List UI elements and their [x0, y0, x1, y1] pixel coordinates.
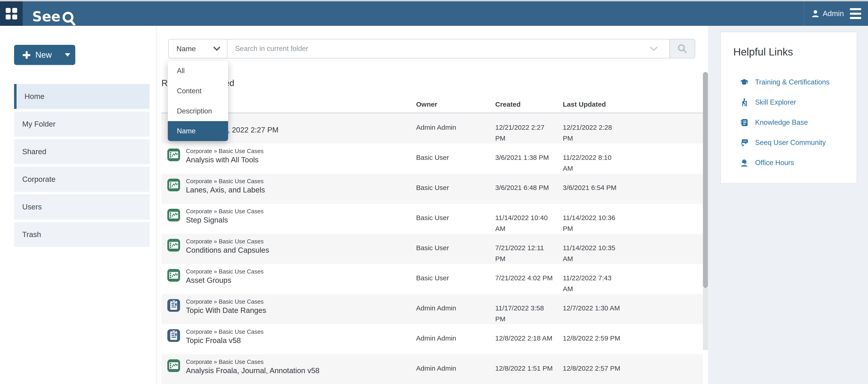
sidebar-item-trash[interactable]: Trash: [14, 222, 150, 247]
row-breadcrumb[interactable]: Corporate » Basic Use Cases: [186, 328, 264, 336]
sidebar-item-corporate[interactable]: Corporate: [14, 167, 150, 192]
sidebar-item-label: Trash: [22, 230, 41, 239]
helpful-link[interactable]: Skill Explorer: [721, 92, 857, 112]
dropdown-option[interactable]: Name: [168, 121, 228, 141]
header-owner: Owner: [416, 101, 495, 108]
row-name[interactable]: Conditions and Capsules: [186, 245, 269, 255]
row-created: 3/6/2021 6:48 PM: [495, 182, 554, 193]
table-row[interactable]: Corporate » Basic Use Cases Topic Froala…: [161, 324, 703, 354]
analysis-icon: [167, 359, 180, 372]
sidebar-item-home[interactable]: Home: [14, 84, 150, 109]
row-name[interactable]: Topic Froala v58: [186, 336, 264, 346]
row-breadcrumb[interactable]: Corporate » Basic Use Cases: [186, 238, 269, 245]
row-name[interactable]: Analysis Froala, Journal, Annotation v58: [186, 366, 319, 376]
helpful-link[interactable]: Training & Certifications: [721, 72, 857, 92]
table-row[interactable]: Corporate » Basic Use Cases Conditions a…: [161, 234, 703, 264]
row-breadcrumb[interactable]: Corporate » Basic Use Cases: [186, 358, 319, 366]
user-label: Admin: [823, 9, 844, 18]
scrollbar-track[interactable]: [703, 288, 708, 350]
row-created: 7/21/2022 4:02 PM: [495, 273, 554, 283]
table-body: 1, 2022 2:27 PM Admin Admin 12/21/2022 2…: [161, 113, 703, 384]
sidebar-item-label: Home: [25, 92, 44, 101]
analysis-icon: [167, 239, 180, 251]
grid-icon: [6, 8, 17, 20]
search-filter-dropdown[interactable]: Name: [168, 39, 227, 59]
row-breadcrumb[interactable]: Corporate » Basic Use Cases: [186, 207, 264, 215]
row-updated: 11/22/2022 8:10 AM: [563, 152, 622, 174]
table-row[interactable]: Corporate » Basic Use Cases Step Signals…: [161, 204, 703, 234]
table-row[interactable]: Corporate » Basic Use Cases Topic With D…: [161, 294, 703, 324]
row-owner: Admin Admin: [416, 324, 495, 354]
helpful-link[interactable]: Seeq User Community: [721, 133, 857, 152]
row-updated: 12/21/2022 2:28 PM: [563, 122, 622, 144]
recently-accessed-table: Owner Created Last Updated: [161, 96, 703, 384]
row-owner: Basic User: [416, 264, 495, 294]
row-name[interactable]: Topic With Date Ranges: [186, 306, 266, 315]
helpful-link-label: Skill Explorer: [755, 98, 796, 106]
analysis-icon: [167, 148, 180, 161]
table-row[interactable]: Corporate » Basic Use Cases Lanes, Axis,…: [161, 174, 703, 204]
dropdown-option[interactable]: Description: [168, 101, 228, 121]
row-name[interactable]: Asset Groups: [186, 275, 264, 285]
row-name[interactable]: Lanes, Axis, and Labels: [186, 185, 265, 195]
sidebar-item-users[interactable]: Users: [14, 195, 150, 219]
analysis-icon: [167, 209, 180, 221]
row-name[interactable]: Analysis with All Tools: [186, 155, 264, 165]
row-breadcrumb[interactable]: Corporate » Basic Use Cases: [186, 147, 264, 155]
row-owner: Admin Admin: [416, 113, 495, 144]
topic-icon: [167, 299, 180, 312]
dropdown-option[interactable]: All: [168, 61, 228, 81]
row-breadcrumb[interactable]: Corporate » Basic Use Cases: [186, 298, 266, 306]
caret-down-icon: [65, 53, 70, 57]
helpful-links-list: Training & Certifications Skill Explorer…: [721, 72, 857, 173]
search-button[interactable]: [670, 39, 695, 59]
row-name-fragment[interactable]: 1, 2022 2:27 PM: [224, 126, 278, 144]
search-bar: Name: [168, 39, 695, 59]
journal-icon: [739, 118, 749, 127]
row-breadcrumb[interactable]: Corporate » Basic Use Cases: [186, 177, 265, 185]
search-filter-selected: Name: [177, 45, 213, 53]
sidebar-item-label: Shared: [22, 147, 46, 156]
row-updated: 3/6/2021 6:54 PM: [563, 182, 622, 193]
helpful-link-label: Seeq User Community: [755, 139, 826, 147]
sidebar-item-shared[interactable]: Shared: [14, 139, 150, 164]
dropdown-option[interactable]: Content: [168, 81, 228, 101]
new-button[interactable]: New: [14, 45, 75, 65]
table-row[interactable]: 1, 2022 2:27 PM Admin Admin 12/21/2022 2…: [161, 113, 703, 144]
scrollbar-thumb[interactable]: [703, 72, 708, 288]
sidebar-item-label: My Folder: [22, 120, 56, 128]
helpful-link-label: Training & Certifications: [755, 78, 830, 86]
row-updated: 12/8/2022 2:57 PM: [563, 363, 622, 374]
search-input[interactable]: [227, 39, 670, 59]
sidebar-item-my-folder[interactable]: My Folder: [14, 112, 150, 137]
helpful-links-title: Helpful Links: [733, 46, 793, 58]
analysis-icon: [167, 269, 180, 282]
topic-icon: [167, 329, 180, 342]
hamburger-menu-icon[interactable]: [850, 8, 861, 19]
row-created: 7/21/2022 12:11 PM: [495, 243, 554, 264]
apps-button[interactable]: [0, 1, 23, 26]
row-owner: Basic User: [416, 204, 495, 234]
table-row[interactable]: Corporate » Basic Use Cases Analysis wit…: [161, 144, 703, 174]
chat-bubbles-icon: [739, 138, 749, 147]
table-row[interactable]: Corporate » Basic Use Cases Analysis Fro…: [161, 354, 703, 384]
search-input-wrap: [227, 39, 670, 59]
navbar: See Admin: [0, 1, 868, 26]
row-owner: Basic User: [416, 234, 495, 264]
sidebar-item-label: Users: [22, 203, 42, 211]
table-row[interactable]: Corporate » Basic Use Cases Asset Groups…: [161, 264, 703, 294]
row-updated: 11/14/2022 10:36 PM: [563, 212, 622, 234]
seeq-logo-icon: See: [32, 8, 84, 25]
row-owner: Basic User: [416, 174, 495, 204]
row-updated: 11/22/2022 7:43 AM: [563, 273, 622, 294]
row-name[interactable]: Step Signals: [186, 215, 264, 225]
helpful-link[interactable]: Office Hours: [721, 152, 857, 173]
row-created: 11/14/2022 10:40 AM: [495, 212, 554, 234]
search-icon: [677, 43, 687, 54]
user-menu[interactable]: Admin: [811, 1, 844, 26]
seeq-logo[interactable]: See: [32, 8, 84, 26]
chevron-down-icon: [213, 47, 220, 51]
chevron-down-icon[interactable]: [650, 47, 658, 51]
helpful-link[interactable]: Knowledge Base: [721, 112, 857, 133]
row-breadcrumb[interactable]: Corporate » Basic Use Cases: [186, 268, 264, 275]
